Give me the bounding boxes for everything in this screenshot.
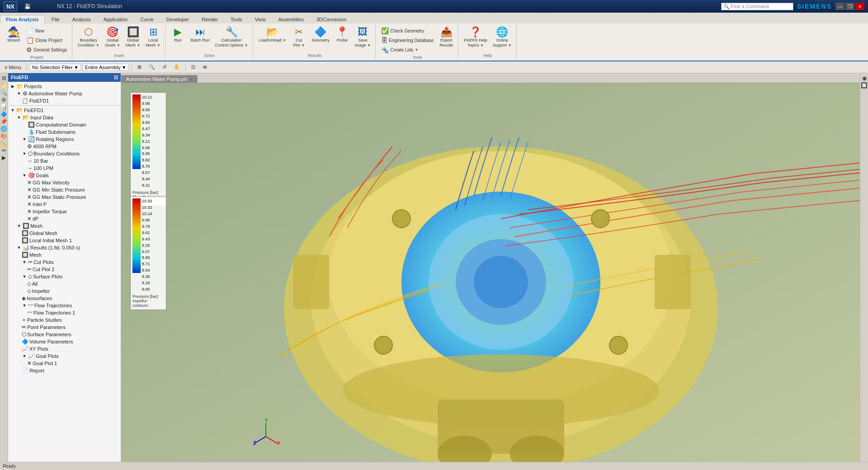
tab-curve[interactable]: Curve (134, 15, 159, 24)
tab-developer[interactable]: Developer (160, 15, 195, 24)
tree-fluid-sub[interactable]: 💧 Fluid Subdomains (9, 128, 120, 136)
calc-control-button[interactable]: 🔧 CalculationControl Options ▼ (213, 26, 250, 49)
right-icon-2[interactable]: 🔲 (861, 82, 868, 89)
general-settings-button[interactable]: ⚙ General Settings (24, 45, 69, 54)
tab-analysis[interactable]: Analysis (66, 15, 97, 24)
tree-all[interactable]: ◇ All (9, 280, 120, 287)
tab-application[interactable]: Application (98, 15, 134, 24)
left-icon-10[interactable]: 📐 (0, 140, 7, 146)
assembly-dropdown[interactable]: Entire Assembly ▼ (83, 64, 129, 71)
tb-fit[interactable]: ⊡ (189, 63, 198, 71)
left-icon-6[interactable]: 🔷 (0, 111, 7, 118)
save-image-button[interactable]: 🖼 SaveImage ▼ (353, 26, 373, 49)
left-icon-7[interactable]: 📌 (0, 118, 7, 125)
tab-assemblies[interactable]: Assemblies (272, 15, 309, 24)
tab-tools[interactable]: Tools (225, 15, 248, 24)
load-unload-button[interactable]: 📂 Load/Unload ▼ (257, 26, 288, 44)
tb-snap[interactable]: ⊞ (135, 63, 144, 71)
boundary-condition-button[interactable]: ⬡ BoundaryCondition ▼ (76, 26, 101, 49)
tree-automotive-pump[interactable]: ▼ ⚙ Automotive Water Pump (9, 90, 120, 97)
wizard-button[interactable]: 🧙 Wizard (5, 26, 23, 44)
tree-dp[interactable]: ✕ dP (9, 215, 120, 222)
global-goals-button[interactable]: 🎯 GlobalGoals ▼ (103, 26, 122, 49)
content-tab-pump[interactable]: Automotive Water Pump.prt ✕ (121, 75, 198, 83)
tab-close-button[interactable]: ✕ (189, 77, 193, 82)
batch-run-button[interactable]: ⏭ Batch Run (189, 26, 212, 44)
tb-zoom[interactable]: 🔍 (146, 63, 158, 71)
check-geometry-button[interactable]: ✅ Check Geometry (379, 26, 435, 35)
tree-surface-plots[interactable]: ▼ ◇ Surface Plots (9, 273, 120, 280)
run-button[interactable]: ▶ Run (169, 26, 187, 44)
tree-results[interactable]: ▼ 📊 Results (1.fld, 0.050 s) (9, 244, 120, 251)
left-icon-5[interactable]: 📊 (0, 104, 7, 110)
restore-button[interactable]: ❐ (845, 3, 854, 10)
tree-mesh[interactable]: ▼ 🔲 Mesh (9, 222, 120, 230)
tree-floefd1[interactable]: 📋 FloEFD1 (9, 97, 120, 104)
left-icon-4[interactable]: ⚙ (1, 97, 6, 103)
tree-gg-maxvel[interactable]: ✕ GG Max Velocity (9, 179, 120, 186)
tb-pan[interactable]: ✋ (171, 63, 183, 71)
tree-boundary[interactable]: ▼ ⬡ Boundary Conditions (9, 150, 120, 157)
tree-goal-plot1[interactable]: ✕ Goal Plot 1 (9, 360, 120, 367)
tree-local-mesh[interactable]: 🔲 Local Initial Mesh 1 (9, 237, 120, 244)
create-lids-button[interactable]: 🔩 Create Lids ▼ (379, 45, 435, 54)
cut-plot-button[interactable]: ✂ CutPlot ▼ (290, 26, 308, 49)
engineering-database-button[interactable]: 🗄 Engineering Database (379, 36, 435, 45)
local-mesh-button[interactable]: ⊞ LocalMesh ▼ (144, 26, 162, 49)
tree-cut-plot2[interactable]: ✂ Cut Plot 2 (9, 266, 120, 273)
tree-100lpm[interactable]: → 100 LPM (9, 164, 120, 172)
tree-xy-plots[interactable]: 📈 XY Plots (9, 345, 120, 352)
tab-flow-analysis[interactable]: Flow Analysis (0, 15, 45, 24)
quick-access-save[interactable]: 💾 (22, 2, 33, 11)
3d-viewport[interactable]: 10.11 9.98 9.85 9.72 9.60 9.47 9.34 9.21… (121, 83, 860, 469)
tree-point-params[interactable]: ✏ Point Parameters (9, 324, 120, 331)
tree-comp-domain[interactable]: 🔲 Computational Domain (9, 121, 120, 128)
left-icon-9[interactable]: 🎨 (0, 133, 7, 139)
online-support-button[interactable]: 🌐 OnlineSupport ▼ (491, 26, 514, 49)
minimize-button[interactable]: — (835, 3, 844, 10)
right-icon-1[interactable]: ◉ (862, 75, 867, 81)
tree-floefd1-root[interactable]: ▼ 📂 FloEFD1 (9, 107, 120, 114)
tree-goal-plots[interactable]: ▼ 📈 Goal Plots (9, 352, 120, 360)
tree-flow-traj[interactable]: ▼ 〰 Flow Trajectories (9, 302, 120, 309)
left-icon-3[interactable]: 🔍 (0, 89, 7, 96)
left-icon-1[interactable]: ⊞ (2, 75, 6, 81)
tree-report[interactable]: 📄 Report (9, 367, 120, 374)
selection-filter-dropdown[interactable]: No Selection Filter ▼ (30, 64, 81, 71)
tree-4000rpm[interactable]: ⚙ 4000 RPM (9, 143, 120, 150)
tree-impellor[interactable]: ◇ Impellor (9, 287, 120, 295)
tree-volume-params[interactable]: 🔷 Volume Parameters (9, 338, 120, 345)
tree-global-mesh[interactable]: 🔲 Global Mesh (9, 230, 120, 237)
tree-particle[interactable]: ⚬ Particle Studies (9, 316, 120, 324)
tree-projects[interactable]: ▶ 📁 Projects (9, 83, 120, 90)
geometry-button[interactable]: 🔷 Geometry (310, 26, 331, 44)
tab-3dconnexion[interactable]: 3DConnexion (311, 15, 353, 24)
floefd-help-button[interactable]: ❓ FloEFD HelpTopics ▼ (462, 26, 489, 49)
tab-render[interactable]: Render (196, 15, 224, 24)
menu-button[interactable]: ≡ Menu (2, 63, 24, 71)
left-icon-8[interactable]: 🌐 (0, 126, 7, 132)
tab-file[interactable]: File (46, 15, 66, 24)
tree-isosurfaces[interactable]: ◈ Isosurfaces (9, 295, 120, 302)
tree-res-mesh[interactable]: 🔲 Mesh (9, 251, 120, 258)
new-button[interactable]: 📄 New (24, 26, 69, 35)
quick-access-undo[interactable]: ↩ (34, 2, 44, 11)
left-icon-11[interactable]: ✏ (2, 147, 6, 154)
tree-rotating[interactable]: ▼ 🔄 Rotating Regions (9, 136, 120, 143)
export-results-button[interactable]: 📤 ExportResults (437, 26, 455, 49)
quick-access-redo[interactable]: ↪ (45, 2, 54, 11)
navigator-expand[interactable]: ⊡ (114, 75, 118, 80)
tree-10bar[interactable]: → 10 Bar (9, 157, 120, 164)
close-button[interactable]: ✕ (855, 3, 864, 10)
tree-input-data[interactable]: ▼ 📂 Input Data (9, 114, 120, 121)
clone-project-button[interactable]: 📋 Clone Project (24, 36, 69, 45)
left-icon-2[interactable]: 📁 (0, 82, 7, 89)
tb-view[interactable]: 👁 (200, 63, 210, 71)
tree-gg-minstatic[interactable]: ✕ GG Min Static Pressure (9, 186, 120, 193)
tree-inlet-p[interactable]: ✕ Inlet P (9, 201, 120, 208)
left-icon-12[interactable]: ▶ (2, 155, 6, 161)
tree-goals[interactable]: ▼ 🎯 Goals (9, 172, 120, 179)
probe-button[interactable]: 📍 Probe (333, 26, 351, 44)
tree-gg-maxstatic[interactable]: ✕ GG Max Static Pressure (9, 193, 120, 201)
tree-impellor-torque[interactable]: ✕ Impellor Torque (9, 208, 120, 215)
